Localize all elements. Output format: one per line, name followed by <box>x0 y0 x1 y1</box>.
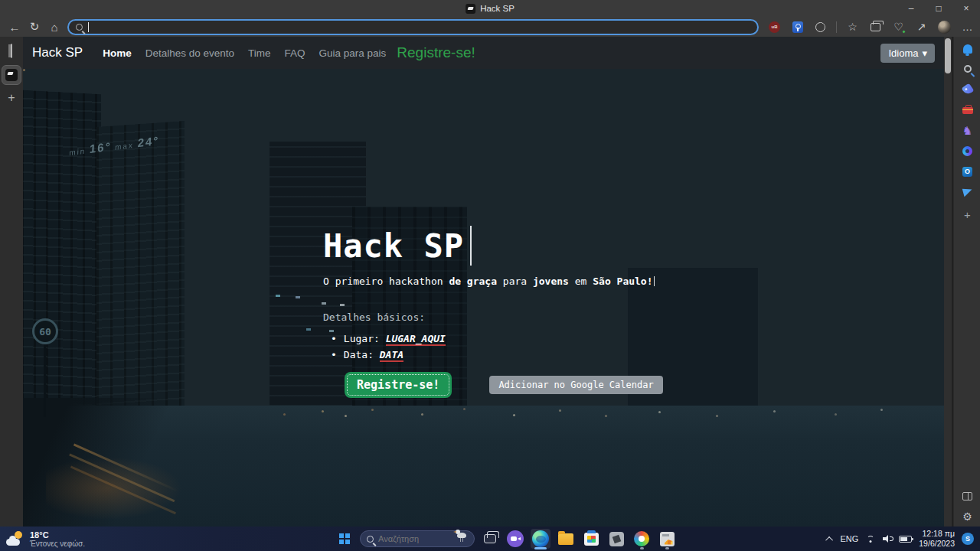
close-button[interactable]: × <box>952 0 980 17</box>
collections-icon[interactable] <box>866 18 885 36</box>
tray-badge[interactable]: S <box>962 533 974 545</box>
running-indicator <box>665 547 669 549</box>
refresh-button[interactable]: ↻ <box>24 18 44 36</box>
nav-links: Home Detalhes do evento Time FAQ Guia pa… <box>103 46 386 60</box>
cookie-extension-icon[interactable] <box>811 18 830 36</box>
edge-sidebar: ♞ O + ⚙ <box>953 37 980 527</box>
taskbar-center <box>335 527 677 551</box>
chart-app-icon <box>660 532 675 546</box>
tray-chevron-icon[interactable] <box>826 536 834 543</box>
share-icon[interactable]: ↗ <box>912 18 931 36</box>
edge-app-button[interactable] <box>531 529 550 549</box>
magnifier-icon <box>964 65 972 73</box>
toolbar-divider <box>836 21 837 33</box>
tab-title: Hack SP <box>466 0 514 17</box>
road-light-glow <box>46 429 222 527</box>
scrollbar-thumb[interactable] <box>945 38 951 73</box>
new-tab-button[interactable]: + <box>8 92 15 104</box>
sidebar-tools-icon[interactable] <box>954 101 980 119</box>
vertical-tab-strip: + <box>0 37 23 527</box>
nav-register-link[interactable]: Registre-se! <box>397 44 475 61</box>
wifi-icon[interactable] <box>865 535 876 543</box>
address-input[interactable] <box>88 22 670 32</box>
browser-titlebar: Hack SP – □ × <box>0 0 980 17</box>
password-extension-icon[interactable] <box>788 18 807 36</box>
roblox-app-button[interactable] <box>606 529 626 549</box>
sidebar-games-icon[interactable]: ♞ <box>954 121 980 139</box>
windows-logo-icon <box>339 533 350 544</box>
favorites-icon[interactable]: ☆ <box>843 18 862 36</box>
chevron-down-icon: ▾ <box>922 47 927 59</box>
battery-icon[interactable] <box>899 536 912 543</box>
browser-essentials-icon[interactable]: ♡ <box>889 18 908 36</box>
system-tray: ENG 12:18 πμ 19/6/2023 S <box>828 527 974 551</box>
store-icon <box>584 533 599 546</box>
tray-time: 12:18 πμ <box>919 529 955 539</box>
video-chat-icon <box>507 530 524 547</box>
folder-icon <box>558 533 573 545</box>
google-calendar-button[interactable]: Adicionar no Google Calendar <box>489 376 662 394</box>
windows-taskbar: 18°C Έντονες νεφώσ. ENG <box>0 527 980 551</box>
sidebar-office-icon[interactable] <box>954 142 980 160</box>
details-heading: Detalhes básicos: <box>323 311 425 323</box>
weather-icon <box>6 531 24 546</box>
nav-link-guia[interactable]: Guia para pais <box>319 47 387 59</box>
chat-app-button[interactable] <box>505 529 525 549</box>
store-app-button[interactable] <box>581 529 601 549</box>
text-cursor-small <box>654 276 655 286</box>
sidebar-settings-button[interactable]: ⚙ <box>954 507 980 526</box>
swirl-icon <box>962 146 972 156</box>
task-view-button[interactable] <box>480 529 500 549</box>
language-indicator[interactable]: ENG <box>840 534 858 543</box>
back-button[interactable]: ← <box>5 18 24 36</box>
nav-link-detalhes[interactable]: Detalhes do evento <box>145 47 234 59</box>
gear-icon: ⚙ <box>962 510 972 523</box>
address-bar[interactable] <box>67 19 759 35</box>
browser-toolbar: ← ↻ ⌂ uB ☆ ♡ ↗ … <box>0 17 980 37</box>
sidebar-shopping-icon[interactable] <box>954 80 980 99</box>
active-tab[interactable] <box>2 65 21 85</box>
colorful-app-button[interactable] <box>632 529 652 549</box>
volume-icon[interactable] <box>883 535 892 543</box>
home-button[interactable]: ⌂ <box>44 18 64 36</box>
search-icon <box>367 536 374 543</box>
taskbar-search[interactable] <box>360 530 475 547</box>
hero-subtitle: O primeiro hackathon de graça para joven… <box>323 276 655 287</box>
sidebar-panel-button[interactable] <box>954 487 980 505</box>
sidebar-notifications-icon[interactable] <box>954 40 980 58</box>
page-scrollbar[interactable] <box>944 37 952 527</box>
vertical-tabs-toggle[interactable] <box>11 44 12 58</box>
start-button[interactable] <box>335 529 354 549</box>
weather-widget[interactable]: 18°C Έντονες νεφώσ. <box>6 527 85 551</box>
chess-icon: ♞ <box>962 125 972 136</box>
colorful-app-icon <box>634 531 649 546</box>
sidebar-add-button[interactable]: + <box>954 205 980 223</box>
tag-icon <box>961 83 974 96</box>
settings-menu-button[interactable]: … <box>958 18 977 36</box>
clock[interactable]: 12:18 πμ 19/6/2023 <box>919 529 955 549</box>
roblox-icon <box>609 532 624 546</box>
nav-link-home[interactable]: Home <box>103 47 132 59</box>
chart-app-button[interactable] <box>657 529 677 549</box>
file-explorer-button[interactable] <box>556 529 576 549</box>
ublock-extension-icon[interactable]: uB <box>765 18 784 36</box>
placeholder-data: DATA <box>380 349 403 362</box>
sidebar-drop-icon[interactable] <box>954 182 980 201</box>
nav-link-time[interactable]: Time <box>248 47 271 59</box>
maximize-button[interactable]: □ <box>925 0 952 17</box>
tray-date: 19/6/2023 <box>919 539 955 549</box>
screen: Hack SP – □ × ← ↻ ⌂ uB ☆ ♡ ↗ … <box>0 0 980 551</box>
hero-title: Hack SP <box>323 227 464 265</box>
profile-avatar[interactable] <box>935 18 954 36</box>
nav-link-faq[interactable]: FAQ <box>285 47 305 59</box>
taskbar-search-input[interactable] <box>378 534 443 543</box>
language-dropdown-button[interactable]: Idioma ▾ <box>880 44 935 63</box>
list-item-data: Data: DATA <box>331 349 446 360</box>
minimize-button[interactable]: – <box>897 0 925 17</box>
site-brand[interactable]: Hack SP <box>32 45 83 60</box>
sidebar-search-icon[interactable] <box>954 60 980 78</box>
sidebar-outlook-icon[interactable]: O <box>954 162 980 181</box>
webpage: Hack SP Home Detalhes do evento Time FAQ… <box>23 37 944 527</box>
register-button[interactable]: Registre-se! <box>345 372 452 398</box>
city-lights <box>23 69 25 71</box>
